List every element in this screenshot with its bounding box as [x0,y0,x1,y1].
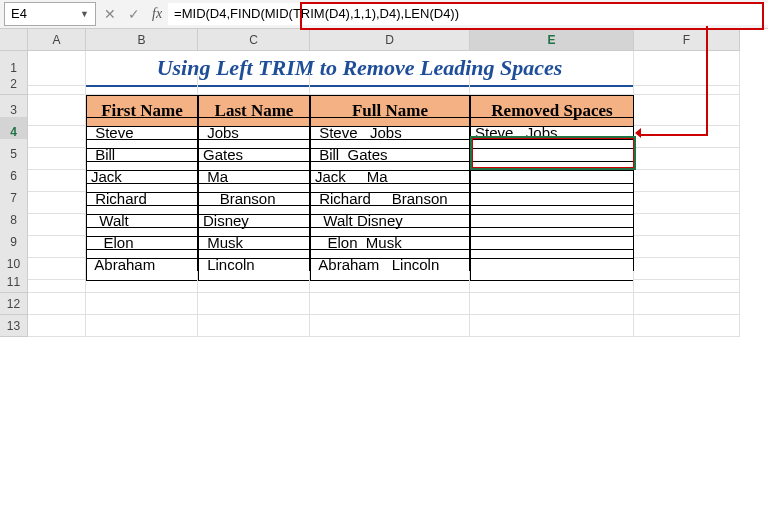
cell-B11[interactable] [86,271,198,293]
row-header-2[interactable]: 2 [0,73,28,95]
cell-F2[interactable] [634,73,740,95]
cell-B13[interactable] [86,315,198,337]
cell-A2[interactable] [28,73,86,95]
col-header-D[interactable]: D [310,29,470,51]
fx-icon[interactable]: fx [152,6,162,22]
cell-D13[interactable] [310,315,470,337]
cell-D2[interactable] [310,73,470,95]
col-header-F[interactable]: F [634,29,740,51]
cell-E11[interactable] [470,271,634,293]
name-box-value: E4 [11,3,27,25]
cell-E13[interactable] [470,315,634,337]
cell-C12[interactable] [198,293,310,315]
arrow-head-icon [635,128,641,138]
col-header-B[interactable]: B [86,29,198,51]
formula-input[interactable]: =MID(D4,FIND(MID(TRIM(D4),1,1),D4),LEN(D… [168,3,768,25]
cell-C11[interactable] [198,271,310,293]
cell-D12[interactable] [310,293,470,315]
enter-icon[interactable]: ✓ [128,6,140,22]
cancel-icon[interactable]: ✕ [104,6,116,22]
cell-A12[interactable] [28,293,86,315]
formula-bar-icons: ✕ ✓ fx [104,6,162,22]
cell-B12[interactable] [86,293,198,315]
cell-F13[interactable] [634,315,740,337]
cell-F11[interactable] [634,271,740,293]
name-box-dropdown-icon[interactable]: ▼ [80,3,89,25]
cell-C2[interactable] [198,73,310,95]
cell-C13[interactable] [198,315,310,337]
col-header-E[interactable]: E [470,29,634,51]
row-header-12[interactable]: 12 [0,293,28,315]
row-header-13[interactable]: 13 [0,315,28,337]
col-header-A[interactable]: A [28,29,86,51]
name-box[interactable]: E4 ▼ [4,2,96,26]
cell-E12[interactable] [470,293,634,315]
cell-A11[interactable] [28,271,86,293]
spreadsheet-grid[interactable]: A B C D E F 1 Using Left TRIM to Remove … [0,29,768,337]
cell-F12[interactable] [634,293,740,315]
arrow-vertical [706,26,708,136]
select-all-corner[interactable] [0,29,28,51]
cell-B2[interactable] [86,73,198,95]
row-header-11[interactable]: 11 [0,271,28,293]
cell-A13[interactable] [28,315,86,337]
cell-E2[interactable] [470,73,634,95]
cell-D11[interactable] [310,271,470,293]
col-header-C[interactable]: C [198,29,310,51]
formula-bar: E4 ▼ ✕ ✓ fx =MID(D4,FIND(MID(TRIM(D4),1,… [0,0,768,29]
arrow-horizontal [639,134,708,136]
